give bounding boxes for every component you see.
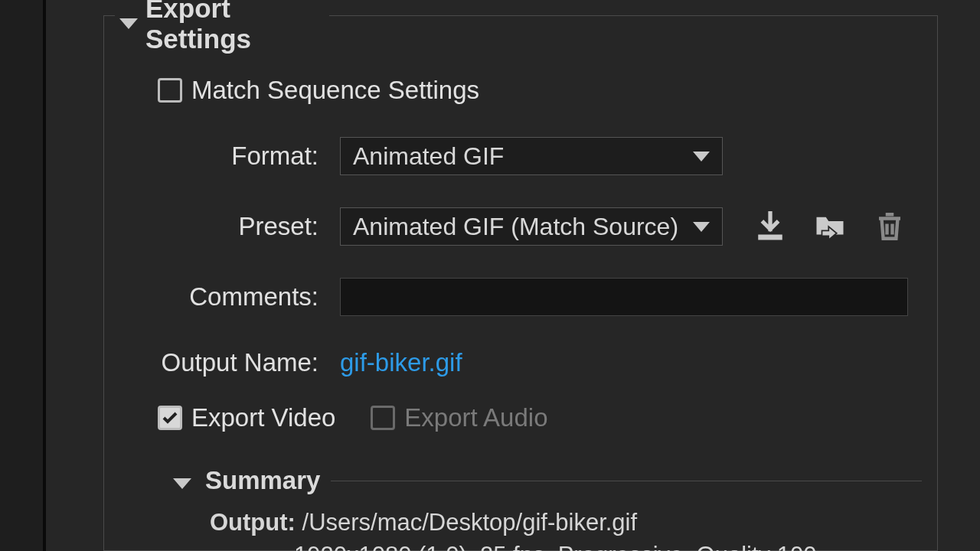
match-sequence-checkbox[interactable] xyxy=(158,78,182,103)
output-name-label: Output Name: xyxy=(158,348,340,377)
export-audio-label: Export Audio xyxy=(404,403,547,432)
summary-title: Summary xyxy=(205,466,331,495)
chevron-down-icon xyxy=(173,467,194,495)
format-row: Format: Animated GIF xyxy=(158,137,937,175)
export-video-checkbox[interactable] xyxy=(158,406,182,430)
export-video-label: Export Video xyxy=(191,403,335,432)
folder-export-icon xyxy=(814,210,846,243)
trash-icon xyxy=(874,210,906,243)
output-name-row: Output Name: gif-biker.gif xyxy=(158,348,937,377)
summary-details: 1920x1080 (1.0), 25 fps, Progressive, Qu… xyxy=(294,539,937,551)
section-title: Export Settings xyxy=(145,0,329,54)
preset-select[interactable]: Animated GIF (Match Source) xyxy=(340,207,723,246)
comments-input[interactable] xyxy=(340,278,908,316)
format-value: Animated GIF xyxy=(353,142,504,171)
preset-label: Preset: xyxy=(158,212,340,241)
preset-value: Animated GIF (Match Source) xyxy=(353,213,678,241)
preset-row: Preset: Animated GIF (Match Source) xyxy=(158,207,937,246)
summary-output-label: Output: xyxy=(210,509,296,536)
import-preset-button[interactable] xyxy=(813,210,847,243)
format-select[interactable]: Animated GIF xyxy=(340,137,723,175)
match-sequence-row: Match Sequence Settings xyxy=(158,76,937,105)
summary-header[interactable]: Summary xyxy=(173,466,937,495)
save-preset-button[interactable] xyxy=(753,210,787,243)
output-name-link[interactable]: gif-biker.gif xyxy=(340,348,462,377)
left-sidebar-sliver xyxy=(0,0,46,551)
summary-output-path: /Users/mac/Desktop/gif-biker.gif xyxy=(302,509,638,536)
download-icon xyxy=(754,210,786,243)
export-audio-checkbox xyxy=(371,406,395,430)
format-label: Format: xyxy=(158,142,340,171)
chevron-down-icon xyxy=(693,222,710,232)
export-settings-panel: Match Sequence Settings Format: Animated… xyxy=(103,15,938,551)
export-settings-header[interactable]: Export Settings xyxy=(115,8,329,40)
chevron-down-icon xyxy=(693,152,710,161)
delete-preset-button[interactable] xyxy=(873,210,906,243)
match-sequence-label: Match Sequence Settings xyxy=(191,76,479,105)
comments-row: Comments: xyxy=(158,278,937,316)
comments-label: Comments: xyxy=(158,282,340,311)
summary-body: Output: /Users/mac/Desktop/gif-biker.gif… xyxy=(210,506,937,551)
chevron-down-icon xyxy=(119,18,138,29)
export-toggles-row: Export Video Export Audio xyxy=(158,403,937,432)
divider xyxy=(326,481,922,481)
svg-rect-0 xyxy=(758,235,782,240)
preset-actions xyxy=(753,210,906,243)
